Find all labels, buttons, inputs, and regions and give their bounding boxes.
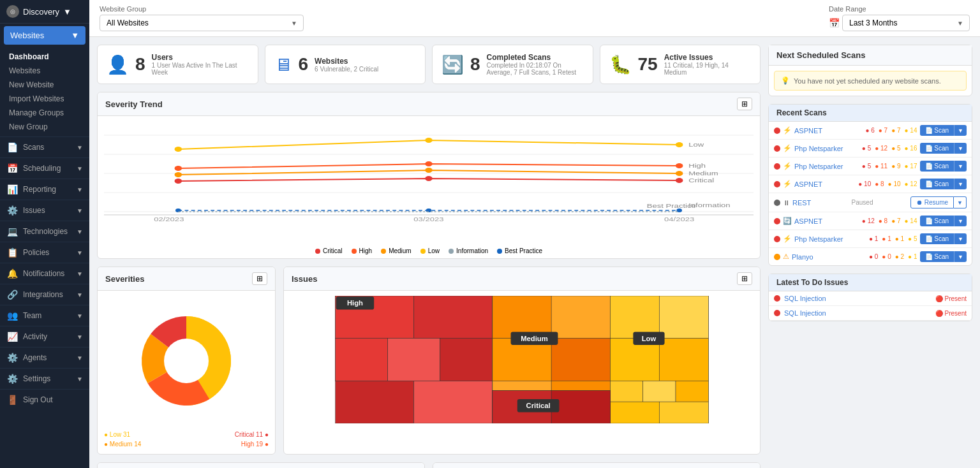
scan-button[interactable]: 📄 Scan	[920, 125, 954, 136]
sidebar-logo[interactable]: ◎ Discovery ▼	[0, 0, 89, 24]
website-group-filter: Website Group All Websites	[100, 5, 304, 31]
todo-name[interactable]: SQL Injection	[784, 309, 826, 317]
users-number: 8	[135, 54, 145, 75]
scan-name[interactable]: Php Netsparker	[794, 163, 859, 170]
issues-toggle[interactable]: ⊞	[737, 272, 752, 285]
notifications-chevron: ▼	[77, 270, 83, 277]
scans-number: 8	[470, 54, 480, 75]
svg-text:High: High	[347, 299, 363, 307]
issues-icon: ⚙️	[6, 205, 18, 216]
bolt-icon: ⚡	[783, 180, 792, 188]
website-group-select[interactable]: All Websites	[100, 15, 304, 31]
bolt-icon: ⚡	[783, 162, 792, 170]
policies-icon: 📋	[6, 247, 18, 258]
sidebar-item-issues[interactable]: ⚙️ Issues ▼	[0, 200, 89, 221]
scan-button[interactable]: 📄 Scan	[920, 233, 954, 244]
svg-rect-36	[336, 339, 388, 381]
scan-name[interactable]: Php Netsparker	[794, 235, 866, 243]
severity-trend-panel: Severity Trend ⊞	[97, 92, 761, 259]
svg-text:03/2023: 03/2023	[413, 216, 443, 223]
bolt-icon: ⚡	[783, 126, 792, 135]
scan-button[interactable]: 📄 Scan	[920, 143, 954, 154]
scan-name[interactable]: REST	[792, 199, 849, 207]
sidebar-item-reporting[interactable]: 📊 Reporting ▼	[0, 179, 89, 200]
scan-name[interactable]: Planyo	[792, 253, 866, 261]
scan-status-dot	[774, 200, 780, 206]
top-bar: Website Group All Websites Date Range 📅 …	[89, 0, 980, 37]
severity-trend-chart: Low High Medium	[98, 116, 760, 244]
sidebar-item-technologies[interactable]: 💻 Technologies ▼	[0, 221, 89, 242]
legend-dot-high	[352, 249, 357, 254]
resume-button[interactable]: ⏺ Resume	[910, 196, 954, 208]
settings-chevron: ▼	[77, 376, 83, 383]
latest-todo-title: Latest To Do Issues	[769, 274, 972, 291]
scan-button[interactable]: 📄 Scan	[920, 161, 954, 172]
scan-dropdown[interactable]: ▼	[954, 251, 967, 262]
svg-rect-55	[659, 339, 708, 381]
issues-stat-icon: 🐛	[609, 54, 632, 75]
reporting-label: Reporting	[23, 185, 56, 194]
scan-counts: ● 5 ● 12 ● 5 ● 16	[862, 145, 917, 152]
sidebar-item-agents[interactable]: ⚙️ Agents ▼	[0, 347, 89, 368]
scan-btn-group: 📄 Scan ▼	[920, 143, 967, 154]
scan-dropdown[interactable]: ▼	[954, 233, 967, 244]
scan-name[interactable]: Php Netsparker	[794, 145, 859, 152]
issues-sub: 11 Critical, 19 High, 14 Medium	[664, 62, 751, 76]
sidebar-item-scheduling[interactable]: 📅 Scheduling ▼	[0, 157, 89, 179]
sidebar-item-activity[interactable]: 📈 Activity ▼	[0, 326, 89, 347]
todo-name[interactable]: SQL Injection	[784, 295, 826, 302]
sidebar-item-scans[interactable]: 📄 Scans ▼	[0, 136, 89, 157]
svg-text:02/2023: 02/2023	[154, 216, 184, 223]
sidebar-item-settings[interactable]: ⚙️ Settings ▼	[0, 368, 89, 389]
date-range-select[interactable]: Last 3 Months	[842, 15, 970, 31]
sidebar-item-policies[interactable]: 📋 Policies ▼	[0, 242, 89, 263]
svg-point-18	[175, 179, 182, 184]
severity-trend-toggle[interactable]: ⊞	[737, 98, 752, 110]
notifications-icon: 🔔	[6, 268, 18, 279]
legend-medium: Medium	[381, 247, 412, 254]
scan-dropdown[interactable]: ▼	[954, 161, 967, 172]
sidebar-item-new-website[interactable]: New Website	[0, 78, 89, 92]
sidebar-item-notifications[interactable]: 🔔 Notifications ▼	[0, 263, 89, 284]
resume-dropdown[interactable]: ▼	[954, 196, 967, 208]
scan-button[interactable]: 📄 Scan	[920, 179, 954, 189]
severities-toggle[interactable]: ⊞	[252, 272, 267, 285]
count-h: ● 7	[879, 127, 887, 134]
todo-dot	[774, 295, 780, 302]
medium-label: ● Medium 14	[104, 441, 141, 448]
legend-information: Information	[449, 247, 488, 254]
settings-icon: ⚙️	[6, 374, 18, 384]
scan-button[interactable]: 📄 Scan	[920, 251, 954, 262]
scan-dropdown[interactable]: ▼	[954, 143, 967, 154]
scan-name[interactable]: ASPNET	[794, 180, 856, 188]
svg-rect-45	[551, 339, 610, 381]
scan-dropdown[interactable]: ▼	[954, 125, 967, 136]
svg-rect-61	[659, 402, 708, 423]
sidebar-item-team[interactable]: 👥 Team ▼	[0, 305, 89, 326]
scan-dropdown[interactable]: ▼	[954, 216, 967, 226]
scan-btn-group: 📄 Scan ▼	[920, 179, 967, 189]
scan-button[interactable]: 📄 Scan	[920, 216, 954, 226]
count-l: ● 14	[905, 127, 917, 134]
sidebar-item-dashboard[interactable]: Dashboard	[0, 50, 89, 64]
sidebar-item-new-group[interactable]: New Group	[0, 120, 89, 134]
sidebar-item-integrations[interactable]: 🔗 Integrations ▼	[0, 284, 89, 305]
svg-text:High: High	[688, 163, 706, 169]
sidebar-item-signout[interactable]: 🚪 Sign Out	[0, 389, 89, 410]
content-area: 👤 8 Users 1 User Was Active In The Last …	[89, 37, 980, 468]
no-scans-msg: You have not yet scheduled any website s…	[794, 77, 941, 85]
scan-name[interactable]: ASPNET	[794, 217, 859, 225]
scan-name[interactable]: ASPNET	[794, 127, 863, 135]
svg-point-10	[175, 166, 182, 171]
technologies-label: Technologies	[23, 227, 68, 236]
scan-dropdown[interactable]: ▼	[954, 179, 967, 189]
activity-icon: 📈	[6, 332, 18, 342]
sidebar: ◎ Discovery ▼ Websites ▼ Dashboard Websi…	[0, 0, 89, 468]
sidebar-item-websites[interactable]: Websites	[0, 64, 89, 78]
sidebar-item-manage-groups[interactable]: Manage Groups	[0, 106, 89, 120]
sidebar-item-import-websites[interactable]: Import Websites	[0, 92, 89, 106]
reporting-icon: 📊	[6, 184, 18, 194]
avg-fix-panel: Average Time to Fix ⊞ 200	[433, 462, 761, 468]
websites-button[interactable]: Websites ▼	[4, 26, 85, 45]
svg-rect-35	[414, 296, 493, 339]
